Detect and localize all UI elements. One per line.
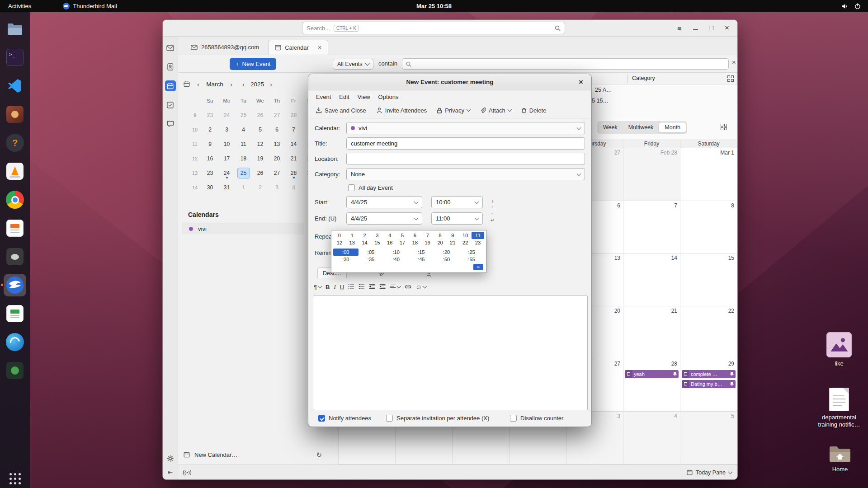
paragraph-format-select[interactable]: ¶ [314,284,321,291]
calendar-select[interactable]: vivi [346,122,585,134]
align-select[interactable] [390,284,401,290]
minical-pane-icon[interactable] [184,81,190,87]
minical-day[interactable]: 2 [254,182,267,193]
minical-day[interactable]: 10 [221,139,233,150]
numbered-list-icon[interactable] [359,284,365,291]
dialog-close-icon[interactable]: × [575,76,587,88]
category-select[interactable]: None [346,168,585,180]
more-minutes-button[interactable]: » [473,264,483,270]
delete-button[interactable]: Delete [518,105,550,116]
disallow-counter-checkbox[interactable] [510,415,517,422]
minical-day[interactable]: 14 [288,139,300,150]
minical-prev-year-icon[interactable]: ‹ [239,80,248,88]
multiweek-view-button[interactable]: Multiweek [623,122,659,132]
day-cell[interactable]: 14 [623,253,680,306]
minical-day[interactable]: 27 [271,168,283,178]
vscode-icon[interactable] [4,75,26,97]
today-pane-toggle[interactable]: Today Pane [687,467,732,478]
software-app-icon[interactable] [4,103,26,126]
tab-calendar[interactable]: Calendar × [268,40,328,55]
minute-option[interactable]: :30 [333,256,359,263]
bullet-list-icon[interactable] [348,284,354,291]
app-menu-button[interactable]: ≡ [674,22,685,34]
desktop-icon-document[interactable]: departmentaltraining notific… [813,388,865,429]
underline-button[interactable]: U [340,284,344,291]
hour-option[interactable]: 21 [447,239,459,246]
terminal-icon[interactable]: >_ [4,46,26,69]
results-category-header[interactable]: Category [632,75,655,81]
privacy-button[interactable]: Privacy [433,105,474,116]
calendar-space-icon[interactable] [165,80,176,91]
allday-checkbox[interactable] [348,184,355,191]
green-app-icon[interactable] [4,359,26,382]
hour-option-selected[interactable]: 11 [472,232,484,239]
clock[interactable]: Mar 25 10:58 [416,3,452,9]
day-cell[interactable]: 21 [623,306,680,359]
minical-day[interactable]: 23 [204,110,217,121]
hour-option[interactable]: 1 [346,232,359,239]
calendar-grid-icon[interactable] [721,124,727,130]
minical-day[interactable]: 4 [288,182,300,193]
settings-gear-icon[interactable] [167,455,174,463]
menu-event[interactable]: Event [312,92,335,102]
minical-day[interactable]: 21 [288,153,300,164]
hour-option[interactable]: 10 [459,232,472,239]
hour-option[interactable]: 2 [359,232,371,239]
chrome-icon[interactable] [4,188,26,211]
hour-option[interactable]: 5 [396,232,409,239]
new-calendar-button[interactable]: New Calendar… [184,449,335,460]
calendar-event[interactable]: complete … [682,370,736,378]
day-cell[interactable]: 29 complete … Dating my b… [680,359,737,412]
desktop-icon-like[interactable]: like [813,332,865,367]
gimp-icon[interactable] [4,245,26,268]
minical-day[interactable]: 27 [271,110,283,121]
day-cell[interactable]: 22 [680,306,737,359]
start-time-select[interactable]: 10:00 [431,196,483,208]
minical-next-month-icon[interactable]: › [226,80,236,88]
minute-option[interactable]: :40 [383,256,409,263]
minical-day[interactable]: 24 [221,110,233,121]
hour-option[interactable]: 6 [409,232,421,239]
show-apps-icon[interactable] [9,473,21,484]
addressbook-space-icon[interactable] [165,61,176,72]
global-search-input[interactable]: Search... CTRL + K [302,22,565,34]
minical-day[interactable]: 26 [254,168,267,178]
event-scope-select[interactable]: All Events [333,59,373,70]
minical-day[interactable]: 25 [237,110,250,121]
minical-day[interactable]: 4 [237,124,250,135]
start-date-select[interactable]: 4/4/25 [346,196,422,208]
minical-day[interactable]: 6 [271,124,283,135]
minute-option[interactable]: :20 [434,249,459,256]
minical-day[interactable]: 19 [254,153,267,164]
outdent-icon[interactable] [369,284,375,291]
column-picker-icon[interactable] [727,75,734,82]
dialog-titlebar[interactable]: New Event: customer meeting × [308,74,591,90]
tab-close-icon[interactable]: × [318,44,321,51]
minical-day[interactable]: 23 [204,168,217,178]
hour-option[interactable]: 20 [434,239,447,246]
mail-space-icon[interactable] [165,42,176,53]
insert-link-icon[interactable] [405,284,411,291]
save-and-close-button[interactable]: Save and Close [312,105,370,116]
help-icon[interactable]: ? [4,131,26,154]
minical-day[interactable]: 28 [288,168,300,178]
day-cell[interactable]: Mar 1 [680,148,737,201]
minute-option-selected[interactable]: :00 [333,249,359,256]
minical-day[interactable]: 7 [288,124,300,135]
hour-option[interactable]: 15 [371,239,384,246]
minical-day[interactable]: 30 [204,182,217,193]
hour-option[interactable]: 22 [459,239,472,246]
files-icon[interactable] [4,18,26,40]
tasks-space-icon[interactable] [165,99,176,110]
calendar-list-item[interactable]: vivi [182,223,304,235]
maximize-button[interactable] [705,22,717,34]
result-row[interactable]: 5 15… [592,98,609,104]
vlc-icon[interactable] [4,160,26,183]
activities-button[interactable]: Activities [0,0,39,12]
minical-day[interactable]: 26 [254,110,267,121]
italic-button[interactable]: I [334,283,335,291]
day-cell[interactable]: 5 [680,412,737,465]
minute-option[interactable]: :50 [434,256,459,263]
notify-attendees-checkbox[interactable] [318,415,325,422]
hour-option[interactable]: 7 [421,232,434,239]
